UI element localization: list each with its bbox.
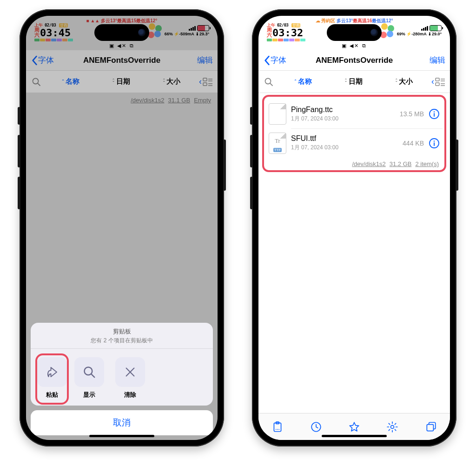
close-icon [115, 357, 145, 387]
grid-icon [203, 77, 213, 87]
phone-right: ☁ 秀屿区 多云13°最高温16最低温12° 上午 02/03 廿四 周六03:… [252, 9, 456, 446]
search-icon[interactable] [261, 77, 278, 87]
svg-line-1 [38, 83, 40, 86]
view-toggle[interactable]: ‹ [197, 77, 215, 87]
file-name: PingFang.ttc [291, 106, 394, 114]
svg-point-12 [265, 78, 271, 84]
settings-tab[interactable] [386, 421, 398, 433]
edit-button[interactable]: 编辑 [197, 55, 213, 66]
battery-widget: 69% ⚡-280mA 🌡29.0° [379, 23, 442, 38]
paste-icon [37, 357, 67, 387]
svg-point-0 [33, 78, 39, 84]
file-icon: Tr TTF [269, 133, 286, 154]
search-icon [74, 357, 104, 387]
file-row[interactable]: PingFang.ttc 1月 07, 2024 03:00 13.5 MB [266, 100, 443, 128]
svg-rect-22 [434, 113, 435, 117]
svg-line-13 [271, 83, 273, 86]
clipboard-tab[interactable] [271, 421, 284, 433]
edit-button[interactable]: 编辑 [430, 55, 445, 66]
svg-rect-33 [427, 424, 433, 431]
sort-bar: ˆ名称 ˆˇ日期 ˆˇ大小 ‹ [258, 71, 450, 93]
file-size: 444 KB [394, 140, 424, 147]
page-title: ANEMFontsOverride [26, 56, 218, 65]
sort-bar: ˆ名称 ˆˇ日期 ˆˇ大小 ‹ [26, 71, 218, 93]
chevron-left-icon [263, 55, 271, 66]
file-icon [269, 103, 286, 125]
svg-point-29 [277, 429, 278, 430]
file-list: PingFang.ttc 1月 07, 2024 03:00 13.5 MB T… [258, 93, 450, 440]
page-title: ANEMFontsOverride [258, 56, 450, 65]
recent-tab[interactable] [310, 421, 322, 433]
sort-date[interactable]: ˆˇ日期 [96, 77, 147, 86]
sort-name[interactable]: ˆ名称 [46, 77, 96, 86]
phone-left: ■ ▲▲ 多云13°最高温15最低温12° 上午 02/03 廿四 周六03:4… [20, 9, 224, 446]
svg-point-8 [85, 367, 93, 375]
file-name: SFUI.ttf [291, 134, 394, 143]
dynamic-island [94, 24, 149, 41]
favorites-tab[interactable] [348, 421, 360, 433]
view-toggle[interactable]: ‹ [430, 77, 447, 87]
svg-line-9 [92, 374, 94, 377]
dynamic-island [327, 24, 382, 41]
disk-info: /dev/disk1s231.2 GB2 item(s) [266, 158, 443, 169]
svg-point-32 [391, 425, 394, 428]
sort-date[interactable]: ˆˇ日期 [329, 77, 379, 86]
info-icon[interactable] [429, 108, 440, 120]
svg-point-24 [434, 140, 435, 141]
svg-rect-3 [203, 83, 207, 86]
status-mini-icons: ▣ ◀✕ ⧉ [342, 43, 366, 49]
navigation-bar: 字体 ANEMFontsOverride 编辑 [26, 50, 218, 71]
windows-tab[interactable] [425, 421, 437, 433]
svg-point-30 [279, 429, 280, 430]
file-list-highlight: PingFang.ttc 1月 07, 2024 03:00 13.5 MB T… [262, 95, 446, 172]
battery-widget: 66% ⚡-509mA 🌡29.3° [147, 23, 209, 38]
cancel-button[interactable]: 取消 [31, 410, 213, 435]
navigation-bar: 字体 ANEMFontsOverride 编辑 [258, 50, 450, 71]
file-size: 13.5 MB [394, 110, 424, 118]
show-action[interactable]: 显示 [73, 357, 106, 399]
svg-rect-15 [436, 83, 439, 86]
svg-point-28 [276, 429, 277, 430]
sort-size[interactable]: ˆˇ大小 [146, 77, 197, 86]
clock-widget: 上午 02/03 廿四 周六03:32 [267, 23, 309, 41]
home-indicator [322, 435, 387, 437]
sort-size[interactable]: ˆˇ大小 [379, 77, 430, 86]
back-button[interactable]: 字体 [263, 55, 286, 66]
clock-widget: 上午 02/03 廿四 周六03:45 [34, 23, 76, 41]
svg-point-21 [434, 111, 435, 112]
search-icon[interactable] [29, 77, 46, 87]
file-date: 1月 07, 2024 03:00 [291, 115, 394, 123]
info-icon[interactable] [429, 138, 440, 149]
grid-icon [435, 77, 445, 87]
svg-rect-2 [203, 78, 207, 81]
status-mini-icons: ▣ ◀✕ ⧉ [109, 43, 134, 49]
action-sheet: 剪贴板 您有 2 个项目在剪贴板中 粘贴 显示 [31, 323, 213, 435]
sheet-header: 剪贴板 您有 2 个项目在剪贴板中 [31, 323, 213, 349]
svg-rect-25 [434, 142, 435, 146]
file-row[interactable]: Tr TTF SFUI.ttf 1月 07, 2024 03:00 444 KB [266, 129, 443, 158]
svg-rect-14 [436, 78, 439, 81]
clear-action[interactable]: 清除 [113, 357, 147, 399]
chevron-left-icon [31, 55, 38, 66]
home-indicator [89, 435, 154, 437]
file-date: 1月 07, 2024 03:00 [291, 144, 394, 152]
paste-action[interactable]: 粘贴 [35, 353, 69, 405]
back-button[interactable]: 字体 [31, 55, 54, 66]
sort-name[interactable]: ˆ名称 [278, 77, 329, 86]
